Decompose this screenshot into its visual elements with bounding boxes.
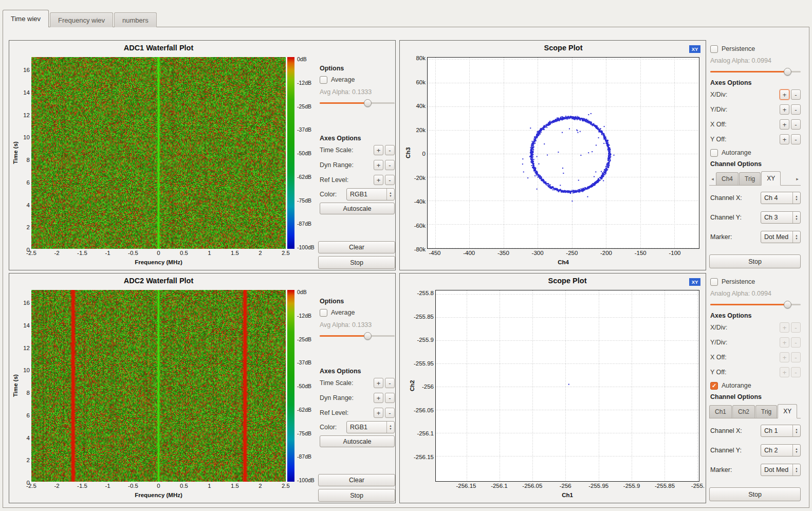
avg-alpha-slider[interactable]	[320, 99, 395, 107]
application-window: Time wiev Frequency wiev numbers ADC1 Wa…	[0, 0, 812, 511]
spin-down-icon[interactable]: ▾	[390, 427, 391, 430]
dyn-range-increase-button[interactable]: +	[374, 393, 383, 403]
avg-alpha-slider[interactable]	[320, 332, 395, 340]
y-off-label: Y Off:	[710, 369, 727, 376]
y-div-decrease-button[interactable]: -	[791, 104, 801, 115]
spin-down-icon[interactable]: ▾	[796, 431, 797, 434]
autoscale-button[interactable]: Autoscale	[320, 203, 395, 214]
x-axis-label: Ch4	[427, 259, 699, 265]
spinner-arrows-icon[interactable]: ▴▾	[386, 189, 394, 200]
spin-down-icon[interactable]: ▾	[796, 237, 797, 240]
x-div-increase-button[interactable]: +	[780, 322, 789, 333]
time-scale-increase-button[interactable]: +	[374, 378, 383, 388]
ref-level-decrease-button[interactable]: -	[385, 175, 395, 185]
x-off-decrease-button[interactable]: -	[791, 352, 801, 362]
tab-xy[interactable]: XY	[778, 404, 797, 418]
time-scale-increase-button[interactable]: +	[374, 145, 383, 155]
stop-button[interactable]: Stop	[318, 256, 395, 269]
spinner-arrows-icon[interactable]: ▴▾	[792, 464, 800, 476]
scope-xy-canvas[interactable]	[436, 290, 699, 481]
stop-button[interactable]: Stop	[709, 254, 801, 268]
spinner-arrows-icon[interactable]: ▴▾	[792, 445, 800, 456]
analog-alpha-slider[interactable]	[710, 68, 801, 76]
tab-trig[interactable]: Trig	[755, 405, 777, 418]
tab-ch1[interactable]: Ch1	[709, 405, 732, 418]
y-off-increase-button[interactable]: +	[780, 134, 789, 144]
ref-level-increase-button[interactable]: +	[374, 408, 383, 418]
tab-xy[interactable]: XY	[761, 171, 781, 186]
tick-label: -256.15	[414, 454, 434, 460]
channel-x-select[interactable]: Ch 4 ▴▾	[761, 192, 801, 204]
dyn-range-increase-button[interactable]: +	[374, 160, 383, 170]
y-div-increase-button[interactable]: +	[780, 104, 789, 115]
stop-button[interactable]: Stop	[709, 487, 801, 501]
scope-plot-area	[435, 290, 699, 482]
average-checkbox[interactable]	[320, 309, 327, 317]
slider-handle[interactable]	[364, 99, 372, 107]
x-div-decrease-button[interactable]: -	[791, 322, 801, 333]
marker-select[interactable]: Dot Med ▴▾	[761, 464, 801, 476]
waterfall-heatmap[interactable]	[31, 290, 286, 482]
analog-alpha-slider[interactable]	[710, 301, 801, 308]
channel-tabstrip: Ch1 Ch2 Trig XY	[709, 404, 801, 418]
persistence-checkbox[interactable]	[710, 278, 718, 286]
tab-scroll-left-icon[interactable]: ◂	[709, 173, 716, 185]
channel-y-select[interactable]: Ch 3 ▴▾	[761, 211, 801, 224]
autoscale-button[interactable]: Autoscale	[320, 435, 395, 447]
ref-level-increase-button[interactable]: +	[374, 175, 383, 185]
color-select[interactable]: RGB1 ▴▾	[346, 421, 395, 433]
dyn-range-decrease-button[interactable]: -	[385, 393, 395, 403]
spin-down-icon[interactable]: ▾	[390, 194, 391, 197]
autorange-checkbox[interactable]: ✓	[710, 382, 718, 390]
plot-title: ADC1 Waterfall Plot	[31, 44, 286, 52]
dyn-range-decrease-button[interactable]: -	[385, 160, 395, 170]
scope-xy-canvas[interactable]	[428, 58, 699, 248]
channel-y-select[interactable]: Ch 2 ▴▾	[761, 444, 801, 457]
time-scale-decrease-button[interactable]: -	[385, 378, 395, 388]
tab-time-view[interactable]: Time wiev	[3, 10, 49, 27]
slider-handle[interactable]	[784, 301, 791, 308]
x-div-increase-button[interactable]: +	[780, 89, 789, 100]
persistence-row: Persistence	[710, 277, 801, 287]
color-select[interactable]: RGB1 ▴▾	[346, 188, 395, 200]
persistence-checkbox[interactable]	[710, 45, 718, 53]
tab-numbers[interactable]: numbers	[114, 12, 157, 27]
spin-down-icon[interactable]: ▾	[796, 450, 797, 453]
channel-x-select[interactable]: Ch 1 ▴▾	[761, 425, 801, 437]
waterfall-heatmap[interactable]	[31, 57, 286, 249]
spinner-arrows-icon[interactable]: ▴▾	[386, 422, 394, 433]
autorange-checkbox[interactable]	[710, 149, 718, 157]
ref-level-decrease-button[interactable]: -	[385, 408, 395, 418]
tick-label: 0dB	[297, 56, 307, 62]
y-off-decrease-button[interactable]: -	[791, 134, 801, 144]
tab-trig[interactable]: Trig	[739, 172, 761, 185]
slider-handle[interactable]	[784, 68, 791, 76]
spinner-arrows-icon[interactable]: ▴▾	[792, 231, 800, 243]
clear-button[interactable]: Clear	[318, 241, 395, 253]
spinner-arrows-icon[interactable]: ▴▾	[792, 192, 800, 204]
y-off-increase-button[interactable]: +	[780, 367, 789, 377]
stop-button[interactable]: Stop	[318, 489, 395, 502]
x-off-increase-button[interactable]: +	[780, 352, 789, 362]
slider-handle[interactable]	[364, 332, 372, 340]
spinner-arrows-icon[interactable]: ▴▾	[792, 212, 800, 223]
time-scale-decrease-button[interactable]: -	[385, 145, 395, 155]
spinner-arrows-icon[interactable]: ▴▾	[792, 425, 800, 436]
tab-frequency-view[interactable]: Frequency wiev	[50, 12, 113, 27]
y-div-decrease-button[interactable]: -	[791, 337, 801, 348]
x-off-decrease-button[interactable]: -	[791, 119, 801, 130]
tab-ch2[interactable]: Ch2	[732, 405, 755, 418]
tab-ch4[interactable]: Ch4	[716, 172, 739, 185]
time-scale-row: Time Scale: + -	[320, 145, 395, 155]
x-div-decrease-button[interactable]: -	[791, 89, 801, 100]
spin-down-icon[interactable]: ▾	[796, 217, 797, 221]
y-off-decrease-button[interactable]: -	[791, 367, 801, 377]
marker-select[interactable]: Dot Med ▴▾	[761, 231, 801, 243]
tab-scroll-right-icon[interactable]: ▸	[794, 173, 801, 185]
average-checkbox[interactable]	[320, 76, 327, 84]
y-div-increase-button[interactable]: +	[780, 337, 789, 348]
spin-down-icon[interactable]: ▾	[796, 198, 797, 201]
x-off-increase-button[interactable]: +	[780, 119, 789, 130]
spin-down-icon[interactable]: ▾	[796, 470, 797, 473]
clear-button[interactable]: Clear	[318, 474, 395, 486]
